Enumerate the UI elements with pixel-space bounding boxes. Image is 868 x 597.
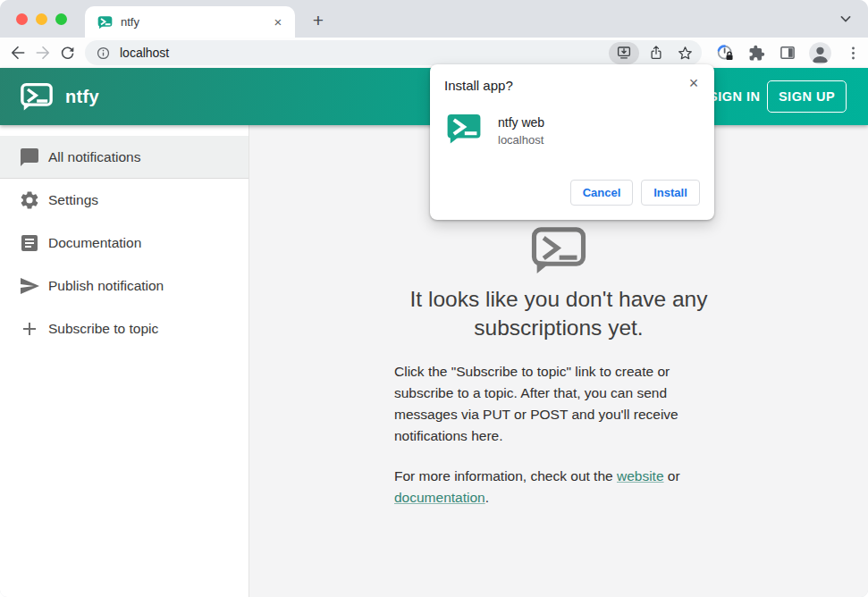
sidebar-item-all-notifications[interactable]: All notifications xyxy=(0,136,249,179)
ntfy-favicon-icon xyxy=(97,15,113,29)
dialog-app-name: ntfy web xyxy=(498,114,544,131)
website-link[interactable]: website xyxy=(617,468,664,483)
empty-state-paragraph: Click the "Subscribe to topic" link to c… xyxy=(394,361,723,447)
traffic-lights xyxy=(16,13,67,25)
macos-close-button[interactable] xyxy=(16,13,28,25)
ntfy-logo-icon xyxy=(20,82,54,112)
macos-zoom-button[interactable] xyxy=(55,13,67,25)
dialog-app-row: ntfy web localhost xyxy=(444,113,700,148)
address-bar[interactable]: localhost xyxy=(85,40,702,65)
send-icon xyxy=(19,275,40,297)
browser-toolbar: localhost xyxy=(0,38,868,68)
sidebar-item-label: All notifications xyxy=(48,149,140,165)
browser-menu-icon[interactable] xyxy=(842,42,864,63)
more-info-paragraph: For more information, check out the webs… xyxy=(394,466,723,509)
profile-avatar[interactable] xyxy=(808,41,832,65)
documentation-link[interactable]: documentation xyxy=(394,490,485,505)
back-icon[interactable] xyxy=(9,41,27,64)
browser-tab-ntfy[interactable]: ntfy × xyxy=(85,6,295,38)
sidebar-item-settings[interactable]: Settings xyxy=(0,179,249,222)
sidebar-item-documentation[interactable]: Documentation xyxy=(0,222,249,265)
sidebar-item-publish-notification[interactable]: Publish notification xyxy=(0,265,249,307)
brand-name: ntfy xyxy=(65,87,99,107)
bookmark-star-icon[interactable] xyxy=(673,42,696,64)
sidebar-item-subscribe-to-topic[interactable]: Subscribe to topic xyxy=(0,307,249,350)
more-info-middle: or xyxy=(664,468,680,483)
more-info-prefix: For more information, check out the xyxy=(394,468,617,483)
cancel-button[interactable]: Cancel xyxy=(570,180,633,206)
install-app-dialog: Install app? × ntfy web localhost Cancel… xyxy=(430,64,714,220)
dialog-title: Install app? xyxy=(444,78,700,93)
install-button[interactable]: Install xyxy=(641,180,700,206)
dialog-actions: Cancel Install xyxy=(570,180,700,206)
share-icon[interactable] xyxy=(645,42,668,64)
site-info-icon[interactable] xyxy=(96,46,111,61)
tab-title: ntfy xyxy=(121,15,270,29)
tab-strip: ntfy × + xyxy=(0,0,868,38)
ntfy-logo-gray-icon xyxy=(530,225,587,276)
omnibox-actions xyxy=(609,42,696,64)
more-info-suffix: . xyxy=(485,490,489,505)
plus-icon xyxy=(19,318,40,340)
install-app-icon[interactable] xyxy=(609,42,639,64)
dialog-app-meta: ntfy web localhost xyxy=(498,113,544,148)
sidebar: All notifications Settings Documentation… xyxy=(0,125,249,597)
sidebar-item-label: Publish notification xyxy=(48,278,164,294)
empty-state-headline: It looks like you don't have any subscri… xyxy=(384,285,733,342)
chat-icon xyxy=(19,147,40,168)
sidebar-item-label: Subscribe to topic xyxy=(48,321,158,337)
sidebar-item-label: Settings xyxy=(48,192,98,208)
tab-close-icon[interactable]: × xyxy=(270,14,286,30)
reload-icon[interactable] xyxy=(59,41,76,64)
chevron-down-icon[interactable] xyxy=(836,10,855,29)
extensions-puzzle-icon[interactable] xyxy=(746,42,767,63)
side-panel-icon[interactable] xyxy=(777,42,798,63)
browser-window: ntfy × + localhost xyxy=(0,0,868,597)
ntfy-app-icon xyxy=(446,113,482,145)
macos-minimize-button[interactable] xyxy=(36,13,47,25)
privacy-extension-icon[interactable] xyxy=(714,42,736,63)
new-tab-button[interactable]: + xyxy=(306,8,331,33)
dialog-close-icon[interactable]: × xyxy=(684,73,704,93)
article-icon xyxy=(19,232,40,254)
gear-icon xyxy=(19,189,40,211)
sign-up-button[interactable]: SIGN UP xyxy=(767,80,847,113)
address-text: localhost xyxy=(120,46,609,60)
toolbar-right-icons xyxy=(714,41,864,65)
dialog-app-origin: localhost xyxy=(498,132,544,148)
sidebar-item-label: Documentation xyxy=(48,235,141,251)
forward-icon[interactable] xyxy=(34,41,52,64)
